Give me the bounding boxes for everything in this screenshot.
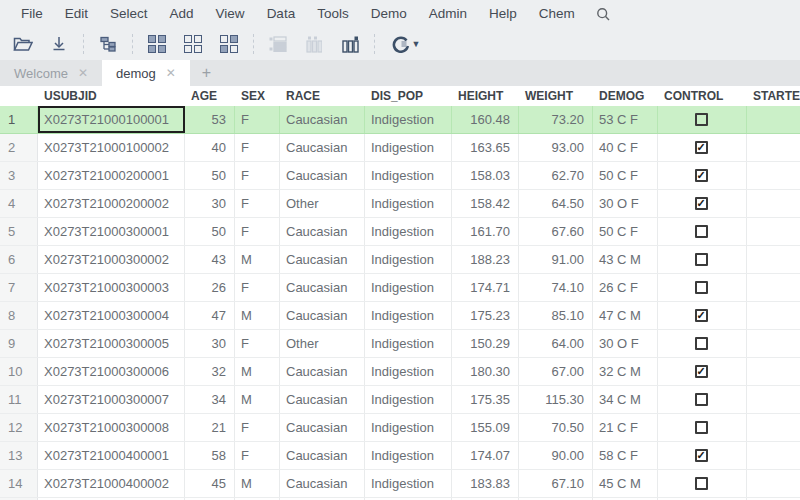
grid-mixed-button[interactable] xyxy=(214,31,244,57)
cell-demog[interactable]: 40 C F xyxy=(593,134,658,161)
column-header-dis_pop[interactable]: DIS_POP xyxy=(365,86,452,106)
column-header-usubjid[interactable]: USUBJID xyxy=(38,86,185,106)
cell-age[interactable]: 58 xyxy=(185,442,235,469)
cell-usubjid[interactable]: X0273T21000300002 xyxy=(38,246,185,273)
row-number[interactable]: 14 xyxy=(0,470,38,497)
row-number[interactable]: 12 xyxy=(0,414,38,441)
checkbox-unchecked[interactable] xyxy=(695,393,708,406)
checkbox-unchecked[interactable] xyxy=(695,421,708,434)
menu-item-edit[interactable]: Edit xyxy=(54,0,99,28)
row-number[interactable]: 4 xyxy=(0,190,38,217)
cell-demog[interactable]: 53 C F xyxy=(593,106,658,133)
cell-weight[interactable]: 70.50 xyxy=(519,414,593,441)
cell-race[interactable]: Caucasian xyxy=(280,246,365,273)
cell-demog[interactable]: 32 C M xyxy=(593,358,658,385)
cell-weight[interactable]: 85.10 xyxy=(519,302,593,329)
cell-started[interactable] xyxy=(747,162,800,189)
row-number[interactable]: 8 xyxy=(0,302,38,329)
column-header-sex[interactable]: SEX xyxy=(235,86,280,106)
cell-race[interactable]: Caucasian xyxy=(280,274,365,301)
cell-age[interactable]: 45 xyxy=(185,470,235,497)
cell-sex[interactable]: F xyxy=(235,106,280,133)
cell-age[interactable]: 30 xyxy=(185,190,235,217)
checkbox-unchecked[interactable] xyxy=(695,337,708,350)
cell-age[interactable]: 47 xyxy=(185,302,235,329)
cell-age[interactable]: 50 xyxy=(185,218,235,245)
cell-demog[interactable]: 30 O F xyxy=(593,190,658,217)
cell-race[interactable]: Other xyxy=(280,190,365,217)
cell-control[interactable] xyxy=(658,246,747,273)
refresh-dropdown-button[interactable]: ▼ xyxy=(384,31,428,57)
cell-weight[interactable]: 64.50 xyxy=(519,190,593,217)
cell-age[interactable]: 40 xyxy=(185,134,235,161)
checkbox-unchecked[interactable] xyxy=(695,477,708,490)
cell-race[interactable]: Caucasian xyxy=(280,442,365,469)
cell-control[interactable] xyxy=(658,386,747,413)
cell-usubjid[interactable]: X0273T21000300007 xyxy=(38,386,185,413)
cell-weight[interactable]: 74.10 xyxy=(519,274,593,301)
cell-usubjid[interactable]: X0273T21000300004 xyxy=(38,302,185,329)
cell-usubjid[interactable]: X0273T21000300008 xyxy=(38,414,185,441)
open-folder-button[interactable] xyxy=(8,31,38,57)
cell-demog[interactable]: 43 C M xyxy=(593,246,658,273)
cell-dis_pop[interactable]: Indigestion xyxy=(365,134,452,161)
cell-height[interactable]: 188.23 xyxy=(452,246,519,273)
checkbox-unchecked[interactable] xyxy=(695,253,708,266)
cell-weight[interactable]: 91.00 xyxy=(519,246,593,273)
columns-bars-add-button[interactable] xyxy=(335,31,365,57)
menu-item-add[interactable]: Add xyxy=(159,0,205,28)
cell-started[interactable] xyxy=(747,134,800,161)
cell-race[interactable]: Caucasian xyxy=(280,414,365,441)
cell-sex[interactable]: F xyxy=(235,218,280,245)
cell-height[interactable]: 155.09 xyxy=(452,414,519,441)
cell-control[interactable]: ✓ xyxy=(658,190,747,217)
cell-height[interactable]: 150.29 xyxy=(452,330,519,357)
menu-item-chem[interactable]: Chem xyxy=(528,0,586,28)
cell-dis_pop[interactable]: Indigestion xyxy=(365,386,452,413)
cell-age[interactable]: 21 xyxy=(185,414,235,441)
cell-control[interactable] xyxy=(658,414,747,441)
cell-usubjid[interactable]: X0273T21000100002 xyxy=(38,134,185,161)
cell-dis_pop[interactable]: Indigestion xyxy=(365,442,452,469)
cell-dis_pop[interactable]: Indigestion xyxy=(365,330,452,357)
cell-age[interactable]: 26 xyxy=(185,274,235,301)
cell-height[interactable]: 180.30 xyxy=(452,358,519,385)
cell-age[interactable]: 32 xyxy=(185,358,235,385)
cell-height[interactable]: 183.83 xyxy=(452,470,519,497)
cell-sex[interactable]: F xyxy=(235,442,280,469)
column-header-demog[interactable]: DEMOG xyxy=(593,86,658,106)
cell-control[interactable] xyxy=(658,218,747,245)
row-number[interactable]: 10 xyxy=(0,358,38,385)
cell-usubjid[interactable]: X0273T21000300006 xyxy=(38,358,185,385)
checkbox-checked[interactable]: ✓ xyxy=(695,449,708,462)
cell-usubjid[interactable]: X0273T21000300001 xyxy=(38,218,185,245)
cell-age[interactable]: 50 xyxy=(185,162,235,189)
cell-race[interactable]: Caucasian xyxy=(280,162,365,189)
cell-started[interactable] xyxy=(747,246,800,273)
cell-dis_pop[interactable]: Indigestion xyxy=(365,218,452,245)
checkbox-checked[interactable]: ✓ xyxy=(695,169,708,182)
cell-height[interactable]: 174.07 xyxy=(452,442,519,469)
column-header-started[interactable]: STARTED xyxy=(747,86,800,106)
cell-demog[interactable]: 30 O F xyxy=(593,330,658,357)
cell-dis_pop[interactable]: Indigestion xyxy=(365,274,452,301)
cell-height[interactable]: 175.35 xyxy=(452,386,519,413)
search-button[interactable] xyxy=(586,7,621,22)
cell-weight[interactable]: 67.10 xyxy=(519,470,593,497)
cell-weight[interactable]: 62.70 xyxy=(519,162,593,189)
cell-demog[interactable]: 34 C M xyxy=(593,386,658,413)
grid-all-filled-button[interactable] xyxy=(142,31,172,57)
cell-height[interactable]: 163.65 xyxy=(452,134,519,161)
menu-item-admin[interactable]: Admin xyxy=(418,0,478,28)
cell-sex[interactable]: F xyxy=(235,274,280,301)
cell-weight[interactable]: 67.60 xyxy=(519,218,593,245)
cell-dis_pop[interactable]: Indigestion xyxy=(365,190,452,217)
cell-sex[interactable]: F xyxy=(235,162,280,189)
cell-height[interactable]: 174.71 xyxy=(452,274,519,301)
cell-sex[interactable]: M xyxy=(235,358,280,385)
cell-started[interactable] xyxy=(747,470,800,497)
tab-close-icon[interactable]: ✕ xyxy=(78,67,88,79)
cell-control[interactable]: ✓ xyxy=(658,162,747,189)
cell-demog[interactable]: 26 C F xyxy=(593,274,658,301)
cell-sex[interactable]: M xyxy=(235,246,280,273)
